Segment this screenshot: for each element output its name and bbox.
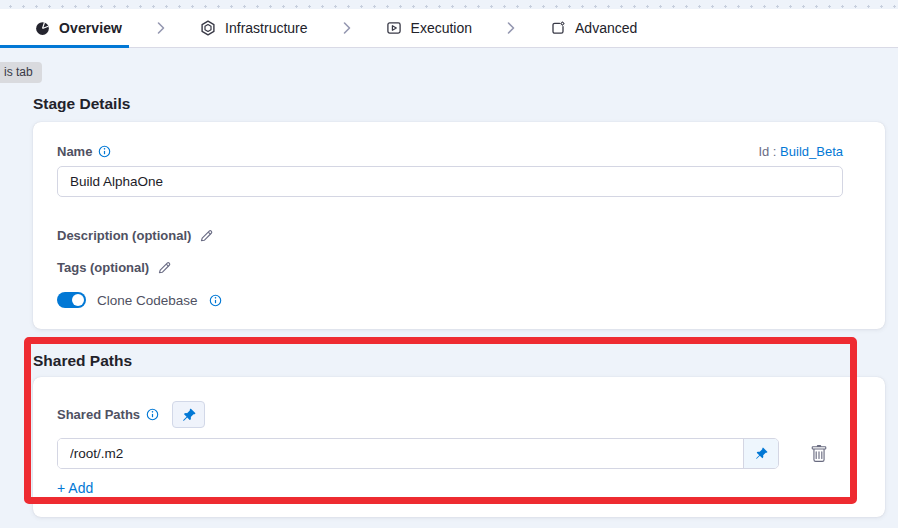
tab-infrastructure[interactable]: Infrastructure — [200, 9, 307, 47]
shared-path-input[interactable] — [58, 439, 743, 468]
trash-icon — [810, 445, 828, 463]
stage-details-card: Name Id : Build_Beta Description (option… — [33, 122, 885, 329]
active-tab-underline — [0, 45, 129, 48]
shared-paths-label: Shared Paths — [57, 407, 140, 422]
tab-execution[interactable]: Execution — [386, 9, 472, 47]
id-label: Id : — [758, 144, 776, 159]
name-label: Name — [57, 144, 92, 159]
edit-pencil-icon[interactable] — [199, 228, 214, 243]
name-field-label-row: Name — [57, 144, 111, 159]
advanced-gear-box-icon — [550, 20, 566, 36]
pin-icon — [755, 447, 768, 460]
tags-label: Tags (optional) — [57, 260, 149, 275]
pin-input-type-button[interactable] — [743, 439, 778, 468]
clone-codebase-label: Clone Codebase — [97, 293, 198, 308]
shared-path-input-group — [57, 438, 779, 469]
info-icon[interactable] — [98, 145, 111, 158]
tab-infrastructure-label: Infrastructure — [225, 20, 307, 36]
add-shared-path-link[interactable]: + Add — [57, 480, 93, 496]
chevron-right-icon — [339, 20, 355, 36]
clone-codebase-toggle[interactable] — [57, 292, 86, 308]
stage-id: Id : Build_Beta — [758, 144, 843, 159]
info-icon[interactable] — [146, 408, 159, 421]
execution-play-icon — [386, 20, 402, 36]
tab-execution-label: Execution — [411, 20, 472, 36]
infrastructure-hexagon-icon — [200, 20, 216, 36]
info-icon[interactable] — [209, 294, 222, 307]
tab-overview[interactable]: Overview — [35, 9, 122, 47]
shared-paths-card: Shared Paths — [33, 377, 885, 517]
stage-config-tabbar: Overview Infrastructure Execution — [0, 9, 898, 48]
chevron-right-icon — [503, 20, 519, 36]
canvas-dot-background — [0, 0, 898, 9]
edit-pencil-icon[interactable] — [157, 260, 172, 275]
chevron-right-icon — [153, 20, 169, 36]
clipped-tooltip: is tab — [0, 62, 42, 83]
tab-overview-label: Overview — [59, 20, 122, 36]
description-label: Description (optional) — [57, 228, 191, 243]
tab-advanced[interactable]: Advanced — [550, 9, 637, 47]
pin-icon — [182, 408, 196, 422]
stage-name-input[interactable] — [57, 166, 843, 197]
overview-pie-icon — [35, 21, 50, 36]
tab-advanced-label: Advanced — [575, 20, 637, 36]
stage-details-heading: Stage Details — [33, 95, 130, 113]
stage-id-link[interactable]: Build_Beta — [780, 144, 843, 159]
shared-paths-field-label-row: Shared Paths — [57, 407, 159, 422]
delete-path-button[interactable] — [810, 445, 828, 463]
shared-paths-heading: Shared Paths — [33, 352, 132, 370]
pin-input-type-button[interactable] — [172, 401, 205, 428]
